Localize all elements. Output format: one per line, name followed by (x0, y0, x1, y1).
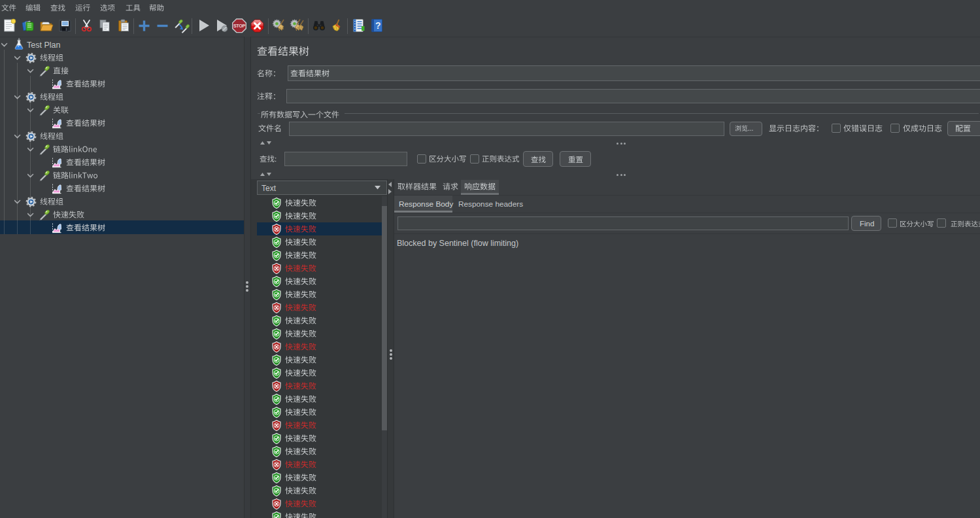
svg-text:STOP: STOP (233, 23, 246, 29)
svg-text:?: ? (375, 20, 381, 31)
